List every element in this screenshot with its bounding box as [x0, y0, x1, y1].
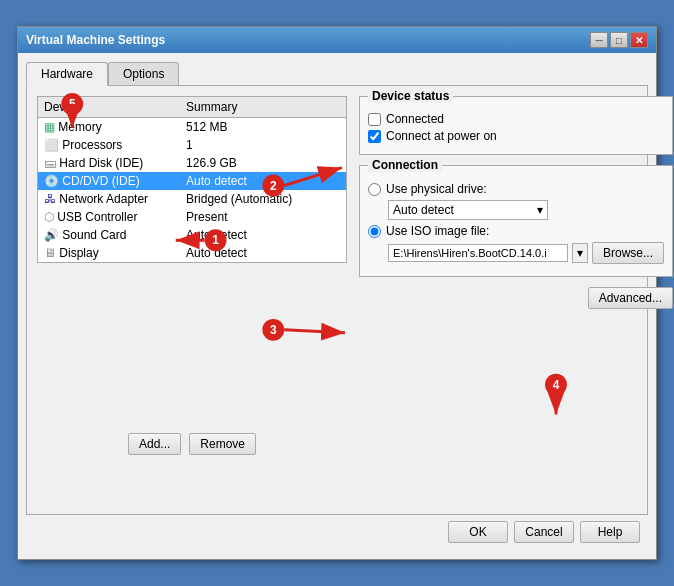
table-row[interactable]: ⬜ Processors 1 — [38, 136, 347, 154]
connect-on-power-row: Connect at power on — [368, 129, 664, 143]
tab-bar: Hardware Options — [26, 61, 648, 85]
help-button[interactable]: Help — [580, 521, 640, 543]
memory-icon: ▦ — [44, 120, 55, 134]
advanced-button[interactable]: Advanced... — [588, 287, 673, 309]
device-cell: ⬜ Processors — [38, 136, 181, 154]
device-cell: 💿 CD/DVD (IDE) — [38, 172, 181, 190]
close-button[interactable]: ✕ — [630, 32, 648, 48]
connect-at-power-on-checkbox[interactable] — [368, 130, 381, 143]
hdd-icon: 🖴 — [44, 156, 56, 170]
title-bar: Virtual Machine Settings ─ □ ✕ — [18, 27, 656, 53]
device-cell: ⬡ USB Controller — [38, 208, 181, 226]
usb-icon: ⬡ — [44, 210, 54, 224]
table-row[interactable]: 🖴 Hard Disk (IDE) 126.9 GB — [38, 154, 347, 172]
table-row[interactable]: 🖧 Network Adapter Bridged (Automatic) — [38, 190, 347, 208]
summary-cell: Auto detect — [180, 172, 346, 190]
browse-button[interactable]: Browse... — [592, 242, 664, 264]
auto-detect-dropdown[interactable]: Auto detect ▾ — [388, 200, 548, 220]
summary-cell: 126.9 GB — [180, 154, 346, 172]
iso-image-radio[interactable] — [368, 225, 381, 238]
virtual-machine-settings-window: Virtual Machine Settings ─ □ ✕ Hardware … — [17, 26, 657, 560]
cd-icon: 💿 — [44, 174, 59, 188]
summary-cell: Bridged (Automatic) — [180, 190, 346, 208]
minimize-button[interactable]: ─ — [590, 32, 608, 48]
table-row[interactable]: 🔊 Sound Card Auto detect — [38, 226, 347, 244]
device-status-content: Connected Connect at power on — [368, 105, 664, 143]
connected-label: Connected — [386, 112, 444, 126]
table-row-selected[interactable]: 💿 CD/DVD (IDE) Auto detect — [38, 172, 347, 190]
summary-cell: 512 MB — [180, 118, 346, 137]
summary-cell: Present — [180, 208, 346, 226]
col-header-device: Device — [38, 97, 181, 118]
device-status-label: Device status — [368, 89, 453, 103]
tab-options[interactable]: Options — [108, 62, 179, 86]
table-row[interactable]: ▦ Memory 512 MB — [38, 118, 347, 137]
connected-row: Connected — [368, 112, 664, 126]
device-status-section: Device status Connected Connect at power… — [359, 96, 673, 155]
iso-image-row: Use ISO image file: — [368, 224, 664, 238]
add-button[interactable]: Add... — [128, 433, 181, 455]
connect-at-power-on-label: Connect at power on — [386, 129, 497, 143]
left-panel: Device Summary ▦ Memory 512 MB — [37, 96, 347, 504]
window-title: Virtual Machine Settings — [26, 33, 165, 47]
cancel-button[interactable]: Cancel — [514, 521, 574, 543]
connected-checkbox[interactable] — [368, 113, 381, 126]
connection-label: Connection — [368, 158, 442, 172]
remove-button[interactable]: Remove — [189, 433, 256, 455]
maximize-button[interactable]: □ — [610, 32, 628, 48]
right-panel: Device status Connected Connect at power… — [359, 96, 673, 504]
summary-cell: Auto detect — [180, 226, 346, 244]
iso-path-input[interactable]: E:\Hirens\Hiren's.BootCD.14.0.i — [388, 244, 568, 262]
iso-path-text: E:\Hirens\Hiren's.BootCD.14.0.i — [393, 247, 547, 259]
device-cell: ▦ Memory — [38, 118, 181, 137]
connection-section: Connection Use physical drive: Auto dete… — [359, 165, 673, 277]
content-area: Device Summary ▦ Memory 512 MB — [26, 85, 648, 515]
table-row[interactable]: ⬡ USB Controller Present — [38, 208, 347, 226]
connection-content: Use physical drive: Auto detect ▾ Use IS… — [368, 174, 664, 264]
table-row[interactable]: 🖥 Display Auto detect — [38, 244, 347, 263]
device-table: Device Summary ▦ Memory 512 MB — [37, 96, 347, 263]
physical-drive-label: Use physical drive: — [386, 182, 487, 196]
physical-drive-radio[interactable] — [368, 183, 381, 196]
summary-cell: 1 — [180, 136, 346, 154]
ok-button[interactable]: OK — [448, 521, 508, 543]
sound-icon: 🔊 — [44, 228, 59, 242]
physical-drive-row: Use physical drive: — [368, 182, 664, 196]
iso-path-row: E:\Hirens\Hiren's.BootCD.14.0.i ▾ Browse… — [388, 242, 664, 264]
title-bar-controls: ─ □ ✕ — [590, 32, 648, 48]
device-cell: 🖧 Network Adapter — [38, 190, 181, 208]
col-header-summary: Summary — [180, 97, 346, 118]
window-body: Hardware Options Device Summary — [18, 53, 656, 559]
chevron-down-icon: ▾ — [537, 203, 543, 217]
iso-image-label: Use ISO image file: — [386, 224, 489, 238]
device-cell: 🖥 Display — [38, 244, 181, 263]
network-icon: 🖧 — [44, 192, 56, 206]
summary-cell: Auto detect — [180, 244, 346, 263]
device-cell: 🖴 Hard Disk (IDE) — [38, 154, 181, 172]
dropdown-arrow-icon: ▾ — [572, 243, 588, 263]
display-icon: 🖥 — [44, 246, 56, 260]
cpu-icon: ⬜ — [44, 138, 59, 152]
auto-detect-dropdown-row: Auto detect ▾ — [388, 200, 664, 220]
device-cell: 🔊 Sound Card — [38, 226, 181, 244]
tab-hardware[interactable]: Hardware — [26, 62, 108, 86]
